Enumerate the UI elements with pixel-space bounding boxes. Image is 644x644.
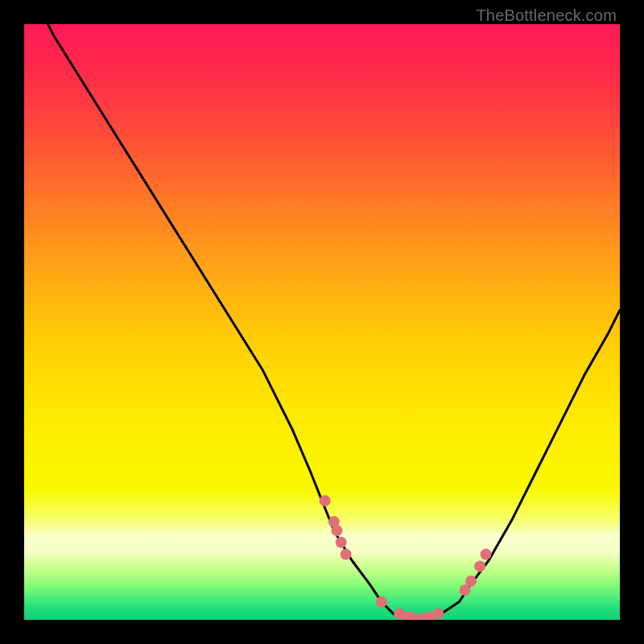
plot-area [24,24,620,620]
watermark-text: TheBottleneck.com [476,6,617,25]
data-markers [320,495,492,620]
data-point [376,597,387,608]
data-point [432,609,444,620]
data-point [474,560,485,572]
data-point [481,549,492,560]
data-point [465,576,477,587]
chart-container: TheBottleneck.com [0,0,644,644]
curve-layer [24,24,620,620]
data-point [341,549,352,560]
data-point [332,525,343,536]
data-point [336,537,347,548]
data-point [320,495,331,506]
bottleneck-curve [24,24,620,620]
